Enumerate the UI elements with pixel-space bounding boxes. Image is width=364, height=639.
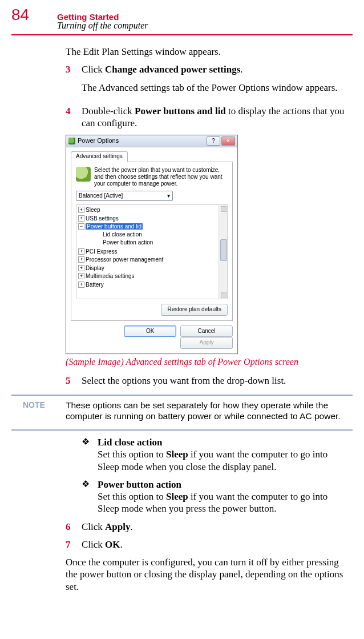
- content-body-lower: ❖ Lid close action Set this option to Sl…: [66, 436, 347, 593]
- note-rule-top: [11, 395, 353, 396]
- step-number: 3: [66, 63, 82, 99]
- bullet-title: Power button action: [98, 479, 181, 490]
- note-text: These options can be set separately for …: [66, 400, 353, 421]
- tab-strip: Advanced settings: [66, 147, 237, 162]
- close-button[interactable]: ×: [221, 136, 235, 146]
- power-icon: [68, 138, 75, 144]
- bullet-text-pre: Set this option to: [98, 449, 166, 460]
- bullet-text-bold: Sleep: [166, 491, 188, 502]
- tree-item-lid-close[interactable]: Lid close action: [86, 231, 227, 239]
- step-body: Click Apply.: [82, 521, 347, 533]
- step-follow: The Advanced settings tab of the Power O…: [82, 82, 347, 94]
- window-titlebar[interactable]: Power Options ? ×: [66, 135, 237, 147]
- chevron-down-icon: ▾: [167, 192, 170, 200]
- bullet-text-bold: Sleep: [166, 449, 188, 460]
- intro-paragraph: The Edit Plan Settings window appears.: [66, 46, 347, 58]
- step-number: 6: [66, 521, 82, 533]
- tree-item-usb[interactable]: USB settings: [76, 215, 227, 223]
- tree-item-processor-pm[interactable]: Processor power management: [76, 256, 227, 264]
- tree-item-sleep[interactable]: Sleep: [76, 206, 227, 215]
- restore-defaults-button[interactable]: Restore plan defaults: [161, 304, 228, 316]
- bullet-text-pre: Set this option to: [98, 491, 166, 502]
- tab-advanced-settings[interactable]: Advanced settings: [71, 151, 128, 162]
- bullet-power-button: ❖ Power button action Set this option to…: [82, 479, 347, 515]
- tree-item-display[interactable]: Display: [76, 264, 227, 273]
- page-header: 84 Getting Started Turning off the compu…: [11, 6, 353, 31]
- step-text-bold: Change advanced power settings: [105, 64, 240, 75]
- step-text-bold: Power buttons and lid: [135, 106, 226, 116]
- apply-button[interactable]: Apply: [180, 337, 233, 349]
- cancel-button[interactable]: Cancel: [180, 325, 233, 337]
- restore-row: Restore plan defaults: [76, 304, 228, 316]
- dialog-buttons: OK Cancel Apply: [66, 325, 237, 353]
- titlebar-buttons: ? ×: [207, 136, 235, 146]
- step-text-bold: OK: [105, 539, 120, 550]
- tree-item-power-button-action[interactable]: Power button action: [86, 239, 227, 247]
- tree-item-battery[interactable]: Battery: [76, 281, 227, 290]
- closing-paragraph: Once the computer is configured, you can…: [66, 556, 347, 593]
- step-body: Double-click Power buttons and lid to di…: [82, 105, 347, 130]
- tree-item-power-buttons-lid[interactable]: Power buttons and lid Lid close action P…: [76, 223, 227, 248]
- note-block: NOTE These options can be set separately…: [11, 395, 353, 431]
- tree-scrollbar[interactable]: [219, 205, 227, 299]
- tree-item-multimedia[interactable]: Multimedia settings: [76, 272, 227, 281]
- step-4: 4 Double-click Power buttons and lid to …: [66, 105, 347, 130]
- step-text-pre: Click: [82, 521, 105, 532]
- bullet-body: Lid close action Set this option to Slee…: [98, 436, 347, 473]
- step-text-bold: Apply: [105, 521, 130, 532]
- step-text-pre: Click: [82, 539, 105, 550]
- step-body: Click Change advanced power settings. Th…: [82, 63, 347, 99]
- step-number: 4: [66, 105, 82, 130]
- bullet-lid-close: ❖ Lid close action Set this option to Sl…: [82, 436, 347, 473]
- note-rule-bottom: [11, 429, 353, 431]
- bullet-icon: ❖: [82, 479, 98, 515]
- page-number: 84: [11, 6, 57, 24]
- bullet-title: Lid close action: [98, 437, 162, 448]
- scrollbar-thumb[interactable]: [220, 239, 227, 261]
- step-text-pre: Click: [82, 64, 105, 75]
- tab-panel: Select the power plan that you want to c…: [71, 162, 233, 321]
- step-3: 3 Click Change advanced power settings. …: [66, 63, 347, 99]
- step-text-post: .: [120, 539, 123, 550]
- ok-button[interactable]: OK: [124, 325, 176, 337]
- power-plan-dropdown[interactable]: Balanced [Active] ▾: [76, 191, 173, 202]
- tree-item-pci-express[interactable]: PCI Express: [76, 248, 227, 256]
- step-text-post: .: [131, 521, 133, 532]
- description-text: Select the power plan that you want to c…: [94, 167, 228, 187]
- battery-plug-icon: [76, 167, 91, 182]
- note-label: NOTE: [11, 400, 66, 421]
- header-titles: Getting Started Turning off the computer: [57, 12, 148, 31]
- step-5: 5 Select the options you want from the d…: [66, 375, 347, 387]
- step-6: 6 Click Apply.: [66, 521, 347, 533]
- content-body: The Edit Plan Settings window appears. 3…: [66, 46, 347, 387]
- bullet-body: Power button action Set this option to S…: [98, 479, 347, 515]
- step-7: 7 Click OK.: [66, 538, 347, 550]
- description-row: Select the power plan that you want to c…: [76, 167, 228, 187]
- tree-item-highlight: Power buttons and lid: [86, 223, 143, 230]
- step-body: Select the options you want from the dro…: [82, 375, 347, 387]
- power-options-window: Power Options ? × Advanced settings Sele…: [66, 135, 238, 354]
- help-button[interactable]: ?: [207, 136, 220, 146]
- window-title: Power Options: [78, 137, 119, 145]
- page: 84 Getting Started Turning off the compu…: [0, 0, 364, 610]
- section-title: Turning off the computer: [57, 21, 148, 31]
- bullet-icon: ❖: [82, 436, 98, 473]
- power-plan-selected: Balanced [Active]: [79, 192, 123, 200]
- step-text-pre: Double-click: [82, 106, 135, 116]
- image-caption: (Sample Image) Advanced settings tab of …: [66, 356, 347, 368]
- header-rule: [11, 34, 353, 35]
- step-number: 7: [66, 538, 82, 550]
- titlebar-left: Power Options: [68, 137, 119, 145]
- step-text-post: .: [240, 64, 242, 75]
- step-number: 5: [66, 375, 82, 387]
- settings-tree[interactable]: Sleep USB settings Power buttons and lid…: [76, 204, 228, 299]
- step-body: Click OK.: [82, 538, 347, 550]
